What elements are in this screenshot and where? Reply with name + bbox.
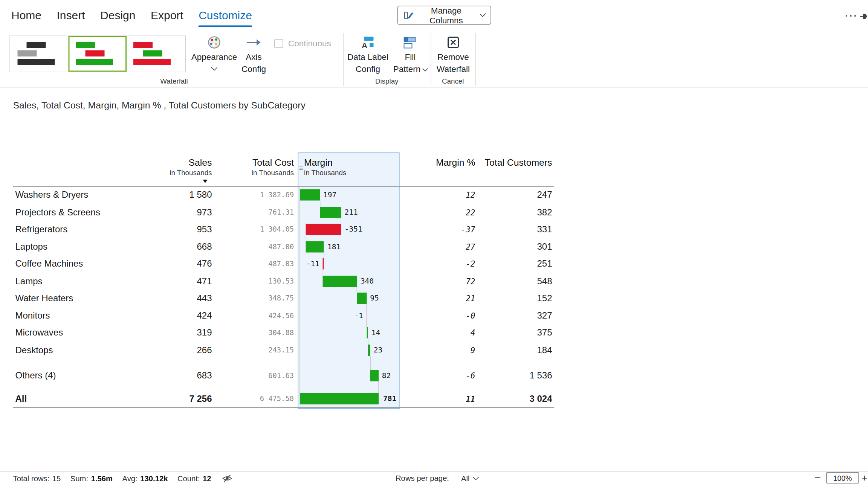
cell-subcategory: Laptops — [15, 238, 162, 255]
overflow-dots-icon[interactable]: ··· — [843, 10, 860, 23]
cell-subcategory: Refrigerators — [15, 221, 162, 238]
palette-icon — [207, 34, 222, 51]
cell-margin-pct: -2 — [409, 255, 475, 273]
menu-item-design[interactable]: Design — [100, 9, 135, 22]
table-row[interactable]: Laptops668487.0027301 — [13, 238, 554, 255]
remove-waterfall-label-2: Waterfall — [437, 63, 470, 75]
data-label-icon: A — [361, 34, 375, 51]
continuous-label: Continuous — [288, 38, 331, 48]
table-row[interactable]: Projectors & Screens973761.3122382 — [13, 204, 554, 221]
rows-per-page-select[interactable]: All — [461, 472, 478, 485]
cell-sales: 471 — [143, 273, 212, 290]
cell-margin-pct: 22 — [409, 204, 475, 221]
table-header-divider — [13, 186, 554, 187]
cell-total-cost: 761.31 — [227, 204, 294, 221]
table-row-all[interactable]: All7 2566 475.58113 024 — [13, 390, 554, 407]
svg-text:A: A — [362, 41, 367, 50]
group-label-waterfall: Waterfall — [9, 78, 339, 85]
ribbon: Appearance Axis Config Continuous A Data… — [0, 31, 868, 88]
cell-subcategory: Monitors — [15, 307, 162, 324]
waterfall-style-gallery — [9, 36, 186, 73]
axis-config-label-2: Config — [241, 63, 266, 75]
sort-descending-icon — [203, 180, 208, 183]
menu-bar: Home Insert Design Export Customize Mana… — [0, 0, 868, 31]
fill-pattern-icon — [403, 34, 418, 51]
status-bar: Total rows:15 Sum:1.56m Avg:130.12k Coun… — [0, 471, 868, 485]
manage-columns-button[interactable]: Manage Columns — [397, 6, 491, 25]
menu-item-export[interactable]: Export — [151, 9, 183, 22]
waterfall-style-mono[interactable] — [10, 36, 68, 72]
group-label-display: Display — [343, 78, 431, 85]
remove-waterfall-icon — [446, 34, 460, 51]
column-header-margin-pct[interactable]: Margin % — [409, 156, 475, 168]
cell-subcategory: Desktops — [15, 342, 162, 359]
zoom-level-input[interactable]: 100% — [826, 472, 859, 483]
cell-sales: 973 — [143, 204, 212, 221]
zoom-out-button[interactable]: − — [813, 472, 823, 484]
column-header-sales[interactable]: Sales in Thousands — [143, 156, 212, 178]
cell-sales: 7 256 — [143, 390, 212, 407]
zoom-in-button[interactable]: + — [861, 472, 868, 485]
cell-margin-pct: 4 — [409, 324, 475, 342]
column-header-margin[interactable]: Margin in Thousands — [304, 156, 399, 178]
app-root: Home Insert Design Export Customize Mana… — [0, 0, 868, 485]
data-label-config-label-1: Data Label — [347, 51, 388, 63]
drag-handle-icon[interactable]: ≡ — [299, 165, 303, 172]
continuous-checkbox — [274, 39, 283, 48]
menu-item-home[interactable]: Home — [11, 9, 41, 22]
table-row[interactable]: Microwaves319304.884375 — [13, 324, 554, 342]
manage-columns-label: Manage Columns — [418, 6, 474, 25]
column-header-total-cost[interactable]: Total Cost in Thousands — [227, 156, 294, 178]
cell-margin-pct: 11 — [409, 390, 475, 407]
cell-margin-pct: 9 — [409, 342, 475, 359]
table-row[interactable]: Others (4)683601.63-61 536 — [13, 367, 554, 384]
sum-stat: Sum:1.56m — [70, 474, 113, 483]
cell-subcategory: Coffee Machines — [15, 255, 162, 273]
cell-subcategory: Lamps — [15, 273, 162, 290]
table-row[interactable]: Monitors424424.56-0327 — [13, 307, 554, 324]
pin-pane-icon[interactable] — [860, 12, 868, 21]
cell-sales: 683 — [143, 367, 212, 384]
table-row[interactable]: Desktops266243.159184 — [13, 342, 554, 359]
cell-sales: 319 — [143, 324, 212, 342]
cell-sales: 424 — [143, 307, 212, 324]
cell-sales: 668 — [143, 238, 212, 255]
cell-sales: 443 — [143, 290, 212, 307]
menu-item-customize[interactable]: Customize — [199, 9, 252, 22]
cell-sales: 266 — [143, 342, 212, 359]
cell-total-cost: 304.88 — [227, 324, 294, 342]
table-row[interactable]: Refrigerators9531 304.05-37331 — [13, 221, 554, 238]
cell-total-customers: 251 — [482, 255, 552, 273]
waterfall-style-red-green[interactable] — [127, 36, 185, 72]
menu-item-insert[interactable]: Insert — [57, 9, 85, 22]
cell-total-customers: 382 — [482, 204, 552, 221]
cell-margin-pct: 27 — [409, 238, 475, 255]
cell-total-cost: 601.63 — [227, 367, 294, 384]
table-row[interactable]: Washers & Dryers1 5801 382.6912247 — [13, 186, 554, 204]
column-header-total-customers[interactable]: Total Customers — [482, 156, 552, 168]
cell-subcategory: Projectors & Screens — [15, 204, 162, 221]
manage-columns-icon — [403, 10, 414, 20]
cell-subcategory: Others (4) — [15, 367, 162, 384]
cell-total-customers: 301 — [482, 238, 552, 255]
data-table: Sales in Thousands Total Cost in Thousan… — [13, 153, 554, 411]
group-label-cancel: Cancel — [431, 78, 475, 85]
cell-subcategory: Washers & Dryers — [15, 186, 162, 204]
table-row[interactable]: Water Heaters443348.7521152 — [13, 290, 554, 307]
cell-total-cost: 348.75 — [227, 290, 294, 307]
ribbon-divider — [475, 33, 476, 86]
continuous-checkbox-group: Continuous — [274, 38, 331, 48]
chevron-down-icon — [473, 474, 479, 480]
eye-off-icon[interactable] — [222, 474, 232, 482]
appearance-label: Appearance — [191, 51, 237, 63]
cell-total-cost: 424.56 — [227, 307, 294, 324]
cell-total-customers: 327 — [482, 307, 552, 324]
table-row[interactable]: Coffee Machines476487.03-2251 — [13, 255, 554, 273]
waterfall-style-green-red-selected[interactable] — [68, 36, 127, 72]
cell-margin-pct: -6 — [409, 367, 475, 384]
cell-total-customers: 152 — [482, 290, 552, 307]
table-row[interactable]: Lamps471130.5372548 — [13, 273, 554, 290]
cell-margin-pct: 21 — [409, 290, 475, 307]
cell-margin-pct: 72 — [409, 273, 475, 290]
cell-total-customers: 331 — [482, 221, 552, 238]
